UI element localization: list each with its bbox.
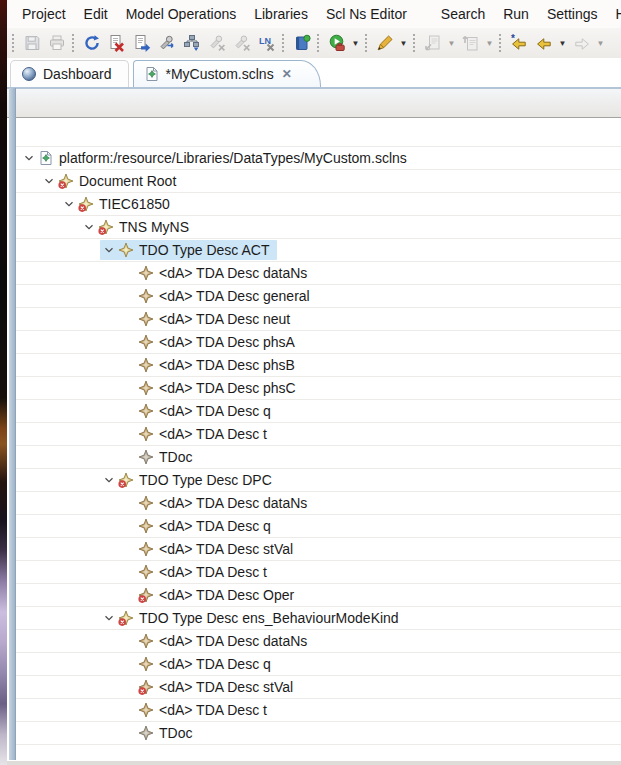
close-icon[interactable]: ✕ xyxy=(282,68,292,80)
tree-row-inner: <dA> TDA Desc q xyxy=(120,654,279,674)
toolbar-separator xyxy=(316,33,320,53)
menu-item-edit[interactable]: Edit xyxy=(75,6,117,22)
menu-item-model-operations[interactable]: Model Operations xyxy=(117,6,246,22)
tree-row[interactable]: <dA> TDA Desc t xyxy=(16,423,621,446)
tree-row[interactable]: <dA> TDA Desc dataNs xyxy=(16,630,621,653)
tree-row[interactable]: <dA> TDA Desc stVal xyxy=(16,676,621,699)
tree-row[interactable]: <dA> TDA Desc general xyxy=(16,285,621,308)
chevron-down-icon[interactable] xyxy=(40,173,58,189)
tree-row[interactable]: <dA> TDA Desc dataNs xyxy=(16,492,621,515)
tree-row[interactable]: <dA> TDA Desc phsA xyxy=(16,331,621,354)
chevron-placeholder xyxy=(120,357,138,373)
checkout-menu-arrow[interactable]: ▼ xyxy=(483,31,496,55)
menu-item-settings[interactable]: Settings xyxy=(538,6,607,22)
menu-item-project[interactable]: Project xyxy=(13,6,75,22)
tree-row[interactable]: Document Root xyxy=(16,170,621,193)
tab-editor-label: *MyCustom.sclns xyxy=(166,66,274,82)
tab-dashboard[interactable]: Dashboard xyxy=(10,60,129,87)
refresh-icon xyxy=(83,34,101,52)
tree-row[interactable]: TIEC61850 xyxy=(16,193,621,216)
tree-row[interactable]: <dA> TDA Desc t xyxy=(16,561,621,584)
unload-file-button[interactable] xyxy=(104,31,129,55)
chevron-down-icon[interactable] xyxy=(100,610,118,626)
tree-row[interactable]: TDO Type Desc ens_BehaviourModeKind xyxy=(16,607,621,630)
diamond-icon-with-error-badge xyxy=(98,219,114,235)
editor-tab-strip: Dashboard *MyCustom.sclns ✕ xyxy=(7,58,621,89)
tree-row-label: <dA> TDA Desc t xyxy=(159,702,267,718)
tree-row-label: <dA> TDA Desc stVal xyxy=(159,541,293,557)
editor-edge-strip xyxy=(9,88,16,760)
tree-row-inner: Document Root xyxy=(40,171,184,191)
menu-item-run[interactable]: Run xyxy=(494,6,538,22)
tree-row-inner: <dA> TDA Desc t xyxy=(120,562,275,582)
hierarchy-button[interactable] xyxy=(179,31,204,55)
book-green-icon xyxy=(293,34,311,52)
load-file-button[interactable] xyxy=(129,31,154,55)
tool-remove-button-2[interactable] xyxy=(229,31,254,55)
run-button[interactable] xyxy=(324,31,349,55)
checkin-menu-arrow[interactable]: ▼ xyxy=(445,31,458,55)
forward-icon xyxy=(573,34,591,52)
diamond-icon-with-error-badge xyxy=(118,610,134,626)
forward-button[interactable] xyxy=(569,31,594,55)
tree-row[interactable]: TNS MyNS xyxy=(16,216,621,239)
tree-row-label: <dA> TDA Desc dataNs xyxy=(159,633,307,649)
ln-remove-button[interactable]: LN xyxy=(254,31,279,55)
marker-button[interactable] xyxy=(372,31,397,55)
chevron-down-icon[interactable] xyxy=(80,219,98,235)
tree-row-label: <dA> TDA Desc t xyxy=(159,426,267,442)
tree-row[interactable]: platform:/resource/Libraries/DataTypes/M… xyxy=(16,147,621,170)
tree-row[interactable]: <dA> TDA Desc stVal xyxy=(16,538,621,561)
back-menu-arrow[interactable]: ▼ xyxy=(556,31,569,55)
menu-item-search[interactable]: Search xyxy=(432,6,494,22)
library-button[interactable] xyxy=(289,31,314,55)
editor-header-band xyxy=(7,89,621,118)
checkin-button[interactable] xyxy=(420,31,445,55)
marker-menu-arrow[interactable]: ▼ xyxy=(397,31,410,55)
tree-row-label: TDO Type Desc DPC xyxy=(139,472,272,488)
save-button[interactable] xyxy=(19,31,44,55)
tree-row[interactable]: <dA> TDA Desc Oper xyxy=(16,584,621,607)
tab-dashboard-label: Dashboard xyxy=(43,66,112,82)
chevron-down-icon[interactable] xyxy=(100,242,118,258)
back-button[interactable] xyxy=(531,31,556,55)
diamond-icon-with-error-badge xyxy=(118,472,134,488)
tree-row[interactable]: <dA> TDA Desc t xyxy=(16,699,621,722)
update-tools-button[interactable] xyxy=(154,31,179,55)
tree-row-inner: <dA> TDA Desc phsB xyxy=(120,355,303,375)
reload-button[interactable] xyxy=(79,31,104,55)
tool-remove-button-1[interactable] xyxy=(204,31,229,55)
tree-row-label: <dA> TDA Desc dataNs xyxy=(159,265,307,281)
menu-item-libraries[interactable]: Libraries xyxy=(245,6,317,22)
tree-row[interactable]: TDO Type Desc DPC xyxy=(16,469,621,492)
tree-row[interactable]: <dA> TDA Desc q xyxy=(16,653,621,676)
menu-item-help[interactable]: Help xyxy=(606,6,621,22)
tree-row[interactable]: TDO Type Desc ACT xyxy=(16,239,621,262)
toolbar-separator xyxy=(412,33,416,53)
toolbar-separator xyxy=(364,33,368,53)
tree-row[interactable]: <dA> TDA Desc dataNs xyxy=(16,262,621,285)
chevron-placeholder xyxy=(120,380,138,396)
tree-row[interactable]: <dA> TDA Desc q xyxy=(16,400,621,423)
tree-row[interactable]: TDoc xyxy=(16,722,621,745)
tab-mycustom-sclns[interactable]: *MyCustom.sclns ✕ xyxy=(133,60,321,87)
wrench-x-icon xyxy=(233,34,251,52)
tree-row[interactable]: <dA> TDA Desc phsC xyxy=(16,377,621,400)
tree-row[interactable]: <dA> TDA Desc phsB xyxy=(16,354,621,377)
chevron-placeholder xyxy=(120,288,138,304)
diamond-leaf-icon xyxy=(138,380,154,396)
chevron-placeholder xyxy=(120,587,138,603)
last-edit-location-button[interactable]: * xyxy=(506,31,531,55)
chevron-down-icon[interactable] xyxy=(60,196,78,212)
chevron-down-icon[interactable] xyxy=(100,472,118,488)
checkout-button[interactable] xyxy=(458,31,483,55)
tree-row[interactable]: TDoc xyxy=(16,446,621,469)
print-button[interactable] xyxy=(44,31,69,55)
tree-row[interactable]: <dA> TDA Desc q xyxy=(16,515,621,538)
run-menu-arrow[interactable]: ▼ xyxy=(349,31,362,55)
wrench-arrows-icon xyxy=(158,34,176,52)
menu-item-scl-ns-editor[interactable]: Scl Ns Editor xyxy=(317,6,416,22)
forward-menu-arrow[interactable]: ▼ xyxy=(594,31,607,55)
tree-row[interactable]: <dA> TDA Desc neut xyxy=(16,308,621,331)
chevron-down-icon[interactable] xyxy=(20,150,38,166)
